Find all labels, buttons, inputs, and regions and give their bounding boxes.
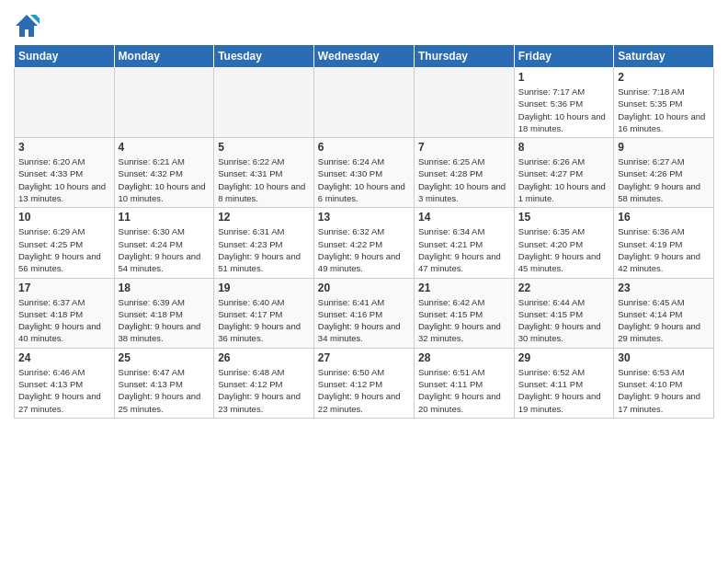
day-info: Sunrise: 6:47 AM Sunset: 4:13 PM Dayligh… xyxy=(119,366,210,415)
calendar-cell: 27Sunrise: 6:50 AM Sunset: 4:12 PM Dayli… xyxy=(313,348,414,418)
day-number: 28 xyxy=(418,351,510,364)
day-info: Sunrise: 6:35 AM Sunset: 4:20 PM Dayligh… xyxy=(518,225,609,274)
day-info: Sunrise: 6:34 AM Sunset: 4:21 PM Dayligh… xyxy=(418,225,510,274)
day-info: Sunrise: 6:39 AM Sunset: 4:18 PM Dayligh… xyxy=(119,296,210,345)
calendar-table: SundayMondayTuesdayWednesdayThursdayFrid… xyxy=(14,44,714,419)
day-info: Sunrise: 6:31 AM Sunset: 4:23 PM Dayligh… xyxy=(218,225,310,274)
calendar-cell: 14Sunrise: 6:34 AM Sunset: 4:21 PM Dayli… xyxy=(414,208,514,278)
day-info: Sunrise: 6:50 AM Sunset: 4:12 PM Dayligh… xyxy=(318,366,410,415)
day-number: 22 xyxy=(518,282,609,294)
calendar-cell: 24Sunrise: 6:46 AM Sunset: 4:13 PM Dayli… xyxy=(15,348,115,418)
page-header xyxy=(14,9,714,39)
calendar-cell: 19Sunrise: 6:40 AM Sunset: 4:17 PM Dayli… xyxy=(214,278,314,348)
day-number: 9 xyxy=(618,141,710,154)
calendar-cell xyxy=(313,68,414,138)
day-number: 4 xyxy=(119,141,210,154)
day-info: Sunrise: 6:24 AM Sunset: 4:30 PM Dayligh… xyxy=(318,155,410,204)
day-number: 18 xyxy=(119,282,210,294)
day-info: Sunrise: 6:45 AM Sunset: 4:14 PM Dayligh… xyxy=(618,296,710,345)
day-number: 15 xyxy=(518,211,609,224)
day-number: 11 xyxy=(119,211,210,224)
day-info: Sunrise: 6:41 AM Sunset: 4:16 PM Dayligh… xyxy=(318,296,410,345)
day-info: Sunrise: 6:46 AM Sunset: 4:13 PM Dayligh… xyxy=(18,366,110,415)
calendar-cell: 20Sunrise: 6:41 AM Sunset: 4:16 PM Dayli… xyxy=(313,278,414,348)
weekday-header-sunday: Sunday xyxy=(15,45,115,68)
day-info: Sunrise: 6:21 AM Sunset: 4:32 PM Dayligh… xyxy=(119,155,210,204)
day-info: Sunrise: 6:27 AM Sunset: 4:26 PM Dayligh… xyxy=(618,155,710,204)
weekday-header-tuesday: Tuesday xyxy=(214,45,314,68)
day-number: 20 xyxy=(318,282,410,294)
calendar-cell: 8Sunrise: 6:26 AM Sunset: 4:27 PM Daylig… xyxy=(514,138,613,208)
day-number: 16 xyxy=(618,211,710,224)
day-number: 17 xyxy=(18,282,110,294)
calendar-cell: 22Sunrise: 6:44 AM Sunset: 4:15 PM Dayli… xyxy=(514,278,613,348)
day-number: 23 xyxy=(618,282,710,294)
day-number: 26 xyxy=(218,351,310,364)
week-row-3: 10Sunrise: 6:29 AM Sunset: 4:25 PM Dayli… xyxy=(15,208,714,278)
calendar-cell: 7Sunrise: 6:25 AM Sunset: 4:28 PM Daylig… xyxy=(414,138,514,208)
calendar-cell: 11Sunrise: 6:30 AM Sunset: 4:24 PM Dayli… xyxy=(114,208,214,278)
day-info: Sunrise: 6:51 AM Sunset: 4:11 PM Dayligh… xyxy=(418,366,510,415)
calendar-cell xyxy=(114,68,214,138)
day-number: 7 xyxy=(418,141,510,154)
calendar-cell: 16Sunrise: 6:36 AM Sunset: 4:19 PM Dayli… xyxy=(614,208,714,278)
day-info: Sunrise: 7:17 AM Sunset: 5:36 PM Dayligh… xyxy=(518,86,609,134)
calendar-cell xyxy=(15,68,115,138)
day-number: 3 xyxy=(18,141,110,154)
weekday-header-friday: Friday xyxy=(514,45,613,68)
calendar-cell: 28Sunrise: 6:51 AM Sunset: 4:11 PM Dayli… xyxy=(414,348,514,418)
calendar-cell: 13Sunrise: 6:32 AM Sunset: 4:22 PM Dayli… xyxy=(313,208,414,278)
day-info: Sunrise: 6:20 AM Sunset: 4:33 PM Dayligh… xyxy=(18,155,110,204)
weekday-header-wednesday: Wednesday xyxy=(313,45,414,68)
calendar-cell: 10Sunrise: 6:29 AM Sunset: 4:25 PM Dayli… xyxy=(15,208,115,278)
day-info: Sunrise: 6:25 AM Sunset: 4:28 PM Dayligh… xyxy=(418,155,510,204)
calendar-cell: 6Sunrise: 6:24 AM Sunset: 4:30 PM Daylig… xyxy=(313,138,414,208)
week-row-4: 17Sunrise: 6:37 AM Sunset: 4:18 PM Dayli… xyxy=(15,278,714,348)
day-info: Sunrise: 6:40 AM Sunset: 4:17 PM Dayligh… xyxy=(218,296,310,345)
weekday-header-saturday: Saturday xyxy=(614,45,714,68)
calendar-cell: 26Sunrise: 6:48 AM Sunset: 4:12 PM Dayli… xyxy=(214,348,314,418)
day-number: 13 xyxy=(318,211,410,224)
day-number: 21 xyxy=(418,282,510,294)
weekday-header-row: SundayMondayTuesdayWednesdayThursdayFrid… xyxy=(15,45,714,68)
calendar-cell: 21Sunrise: 6:42 AM Sunset: 4:15 PM Dayli… xyxy=(414,278,514,348)
day-number: 19 xyxy=(218,282,310,294)
day-number: 6 xyxy=(318,141,410,154)
day-info: Sunrise: 7:18 AM Sunset: 5:35 PM Dayligh… xyxy=(618,86,710,134)
calendar-cell: 23Sunrise: 6:45 AM Sunset: 4:14 PM Dayli… xyxy=(614,278,714,348)
day-number: 24 xyxy=(18,351,110,364)
weekday-header-monday: Monday xyxy=(114,45,214,68)
logo xyxy=(14,13,43,39)
day-info: Sunrise: 6:36 AM Sunset: 4:19 PM Dayligh… xyxy=(618,225,710,274)
day-number: 27 xyxy=(318,351,410,364)
calendar-cell: 29Sunrise: 6:52 AM Sunset: 4:11 PM Dayli… xyxy=(514,348,613,418)
week-row-5: 24Sunrise: 6:46 AM Sunset: 4:13 PM Dayli… xyxy=(15,348,714,418)
day-info: Sunrise: 6:30 AM Sunset: 4:24 PM Dayligh… xyxy=(119,225,210,274)
day-info: Sunrise: 6:42 AM Sunset: 4:15 PM Dayligh… xyxy=(418,296,510,345)
calendar-cell: 9Sunrise: 6:27 AM Sunset: 4:26 PM Daylig… xyxy=(614,138,714,208)
calendar-cell: 2Sunrise: 7:18 AM Sunset: 5:35 PM Daylig… xyxy=(614,68,714,138)
calendar-cell: 3Sunrise: 6:20 AM Sunset: 4:33 PM Daylig… xyxy=(15,138,115,208)
day-number: 5 xyxy=(218,141,310,154)
day-number: 10 xyxy=(18,211,110,224)
day-info: Sunrise: 6:37 AM Sunset: 4:18 PM Dayligh… xyxy=(18,296,110,345)
calendar-cell: 25Sunrise: 6:47 AM Sunset: 4:13 PM Dayli… xyxy=(114,348,214,418)
day-info: Sunrise: 6:26 AM Sunset: 4:27 PM Dayligh… xyxy=(518,155,609,204)
week-row-1: 1Sunrise: 7:17 AM Sunset: 5:36 PM Daylig… xyxy=(15,68,714,138)
day-number: 2 xyxy=(618,71,710,84)
calendar-cell: 4Sunrise: 6:21 AM Sunset: 4:32 PM Daylig… xyxy=(114,138,214,208)
day-number: 30 xyxy=(618,351,710,364)
day-number: 8 xyxy=(518,141,609,154)
calendar-cell: 30Sunrise: 6:53 AM Sunset: 4:10 PM Dayli… xyxy=(614,348,714,418)
day-number: 14 xyxy=(418,211,510,224)
calendar-cell: 17Sunrise: 6:37 AM Sunset: 4:18 PM Dayli… xyxy=(15,278,115,348)
day-info: Sunrise: 6:32 AM Sunset: 4:22 PM Dayligh… xyxy=(318,225,410,274)
day-info: Sunrise: 6:52 AM Sunset: 4:11 PM Dayligh… xyxy=(518,366,609,415)
day-info: Sunrise: 6:53 AM Sunset: 4:10 PM Dayligh… xyxy=(618,366,710,415)
calendar-cell xyxy=(214,68,314,138)
calendar-cell xyxy=(414,68,514,138)
day-number: 1 xyxy=(518,71,609,84)
day-info: Sunrise: 6:44 AM Sunset: 4:15 PM Dayligh… xyxy=(518,296,609,345)
day-info: Sunrise: 6:48 AM Sunset: 4:12 PM Dayligh… xyxy=(218,366,310,415)
day-number: 12 xyxy=(218,211,310,224)
